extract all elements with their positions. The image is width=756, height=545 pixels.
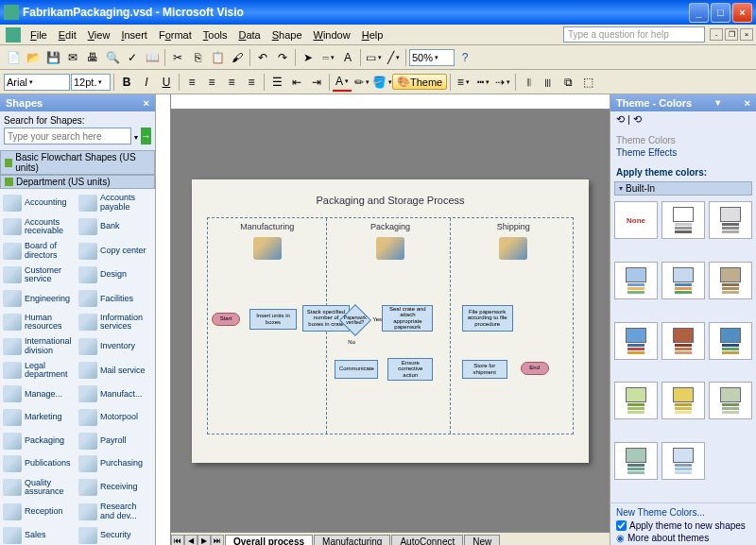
theme-swatch[interactable] <box>662 262 705 299</box>
distribute-button[interactable]: ⫼ <box>539 73 558 92</box>
indent-inc-button[interactable]: ⇥ <box>307 73 326 92</box>
search-go-button[interactable]: → <box>141 128 151 145</box>
rectangle-button[interactable]: ▭ <box>364 48 383 67</box>
menu-view[interactable]: View <box>82 27 116 43</box>
shape-item[interactable]: Facilities <box>77 287 153 311</box>
align-center-button[interactable]: ≡ <box>202 73 221 92</box>
menu-window[interactable]: Window <box>308 27 356 43</box>
indent-dec-button[interactable]: ⇤ <box>287 73 306 92</box>
theme-swatch[interactable] <box>709 322 752 360</box>
theme-close-icon[interactable]: × <box>745 97 750 109</box>
theme-dropdown-icon[interactable]: ▼ <box>713 98 722 108</box>
ruler-vertical[interactable] <box>156 94 171 545</box>
line-pattern-button[interactable]: ┅ <box>473 73 492 92</box>
theme-swatch[interactable] <box>614 442 658 480</box>
link-theme-effects[interactable]: Theme Effects <box>616 147 750 158</box>
node-communicate[interactable]: Communicate <box>335 360 378 379</box>
node-insert[interactable]: Insert units in boxes <box>249 309 297 330</box>
shape-item[interactable]: Packaging <box>2 429 77 452</box>
theme-swatch[interactable] <box>614 382 658 419</box>
tab-last[interactable]: ⏭ <box>211 535 224 546</box>
save-button[interactable]: 💾 <box>43 48 62 67</box>
tab-first[interactable]: ⏮ <box>171 535 184 546</box>
close-button[interactable]: × <box>732 3 752 23</box>
shapes-close-icon[interactable]: × <box>144 97 149 109</box>
shape-item[interactable]: Sales <box>2 523 77 545</box>
shape-item[interactable]: International division <box>2 334 77 358</box>
shape-item[interactable]: Manage... <box>2 383 77 406</box>
shape-item[interactable]: Payroll <box>77 429 153 452</box>
stencil-basic[interactable]: Basic Flowchart Shapes (US units) <box>0 150 155 175</box>
tab-autoconnect[interactable]: AutoConnect <box>391 535 463 546</box>
theme-button[interactable]: 🎨 Theme <box>392 74 447 90</box>
open-button[interactable]: 📂 <box>24 48 43 67</box>
zoom-select[interactable]: 50% <box>409 49 455 66</box>
node-ensure[interactable]: Ensure corrective action <box>387 358 433 381</box>
node-store[interactable]: Store for shipment <box>462 360 507 379</box>
search-input[interactable] <box>4 128 131 145</box>
shape-item[interactable]: Human resources <box>2 311 77 334</box>
menu-edit[interactable]: Edit <box>53 27 82 43</box>
copy-button[interactable]: ⎘ <box>188 48 207 67</box>
shape-item[interactable]: Purchasing <box>77 452 153 476</box>
tab-prev[interactable]: ◀ <box>184 535 198 546</box>
italic-button[interactable]: I <box>137 73 156 92</box>
theme-swatch-none[interactable]: None <box>614 201 658 239</box>
theme-swatch[interactable] <box>662 382 705 419</box>
shape-item[interactable]: Reception <box>2 500 77 523</box>
node-paperwork[interactable]: Paperwork verified? <box>339 304 371 336</box>
theme-swatch[interactable] <box>614 262 658 299</box>
bullets-button[interactable]: ☰ <box>267 73 286 92</box>
mdi-minimize[interactable]: - <box>710 28 723 41</box>
shape-item[interactable]: Inventory <box>77 334 153 358</box>
text-button[interactable]: A <box>338 48 357 67</box>
node-end[interactable]: End <box>521 362 549 375</box>
help-search-input[interactable]: Type a question for help <box>563 26 705 43</box>
menu-help[interactable]: Help <box>356 27 389 43</box>
shape-item[interactable]: Copy center <box>77 239 153 263</box>
more-themes-link[interactable]: ◉ More about themes <box>616 533 750 543</box>
stencil-department[interactable]: Department (US units) <box>0 175 155 189</box>
shape-item[interactable]: Accounts receivable <box>2 214 77 238</box>
bold-button[interactable]: B <box>117 73 136 92</box>
shape-item[interactable]: Mail service <box>77 359 153 383</box>
format-painter-button[interactable]: 🖌 <box>228 48 247 67</box>
line-color-button[interactable]: ✏ <box>352 73 371 92</box>
align-justify-button[interactable]: ≡ <box>242 73 261 92</box>
apply-new-checkbox[interactable]: Apply theme to new shapes <box>616 520 750 531</box>
ruler-horizontal[interactable] <box>171 94 610 110</box>
node-file[interactable]: File paperwork according to file procedu… <box>462 305 513 332</box>
shape-item[interactable]: Publications <box>2 452 77 476</box>
shape-item[interactable]: Marketing <box>2 406 77 430</box>
tab-manufacturing[interactable]: Manufacturing <box>314 535 390 546</box>
preview-button[interactable]: 🔍 <box>103 48 122 67</box>
underline-button[interactable]: U <box>157 73 176 92</box>
redo-button[interactable]: ↷ <box>273 48 292 67</box>
minimize-button[interactable]: _ <box>689 3 709 23</box>
shape-item[interactable]: Design <box>77 263 153 286</box>
fill-color-button[interactable]: 🪣 <box>372 73 391 92</box>
theme-swatch[interactable] <box>662 322 705 360</box>
help-button[interactable]: ? <box>455 48 474 67</box>
maximize-button[interactable]: □ <box>711 3 730 23</box>
category-builtin[interactable]: Built-In <box>614 181 752 196</box>
line-ends-button[interactable]: ⇢ <box>493 73 512 92</box>
theme-swatch[interactable] <box>709 201 752 239</box>
drawing-area[interactable]: Packaging and Storage Process Manufactur… <box>171 110 610 532</box>
font-color-button[interactable]: A <box>333 73 352 92</box>
node-seal[interactable]: Seal crate and attach appropriate paperw… <box>382 305 433 332</box>
new-theme-link[interactable]: New Theme Colors... <box>616 507 750 518</box>
theme-swatch[interactable] <box>662 201 705 239</box>
shape-item[interactable]: Motorpool <box>77 406 153 430</box>
shape-item[interactable]: Accounting <box>2 191 77 214</box>
nav-back[interactable]: ⟲ <box>616 113 625 125</box>
align-shapes-button[interactable]: ⫴ <box>519 73 538 92</box>
connect-shapes-button[interactable]: ⧉ <box>558 73 577 92</box>
search-dropdown-icon[interactable]: ▾ <box>133 128 139 146</box>
mdi-close[interactable]: × <box>740 28 753 41</box>
undo-button[interactable]: ↶ <box>253 48 272 67</box>
spell-button[interactable]: ✓ <box>123 48 142 67</box>
mail-button[interactable]: ✉ <box>63 48 82 67</box>
print-button[interactable]: 🖶 <box>83 48 102 67</box>
mdi-restore[interactable]: ❐ <box>725 28 738 41</box>
